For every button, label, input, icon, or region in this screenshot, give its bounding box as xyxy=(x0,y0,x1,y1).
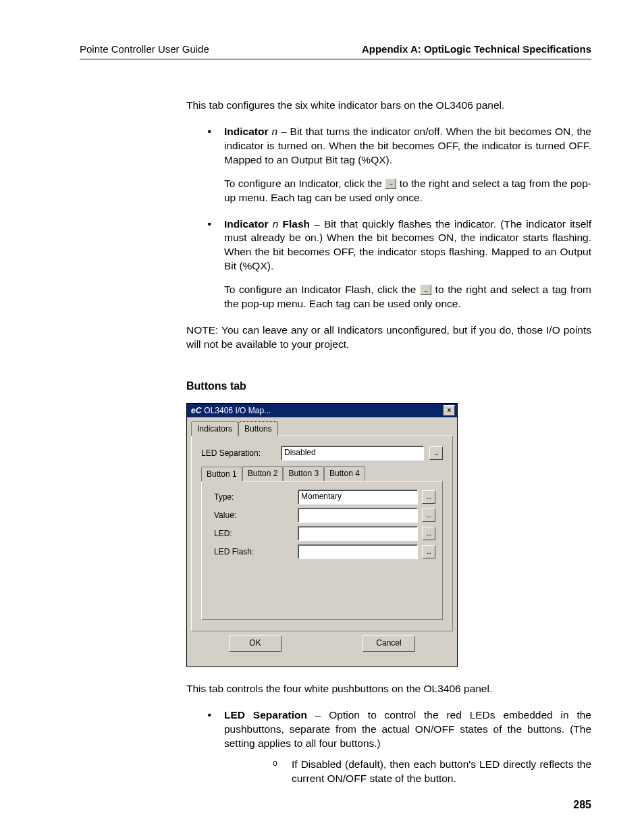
tab-button-3[interactable]: Button 3 xyxy=(283,466,324,481)
input-type[interactable]: Momentary xyxy=(298,490,418,504)
page-number: 285 xyxy=(573,799,591,811)
tab-indicators[interactable]: Indicators xyxy=(191,421,238,436)
intro-paragraph: This tab configures the six white indica… xyxy=(186,99,591,113)
bullet-1-body: – Bit that turns the indicator on/off. W… xyxy=(224,126,591,165)
bullet-indicator-flash: Indicator n Flash – Bit that quickly fla… xyxy=(208,217,591,312)
sub-bullet-disabled: If Disabled (default), then each button'… xyxy=(273,758,591,786)
dialog-logo: eC xyxy=(191,406,201,415)
close-icon[interactable]: × xyxy=(444,405,455,416)
cancel-button[interactable]: Cancel xyxy=(363,635,415,652)
bullet-2-body: – Bit that quickly flashes the indicator… xyxy=(224,218,591,272)
bullet-1-sub-pre: To configure an Indicator, click the xyxy=(224,178,385,189)
tab-button-1[interactable]: Button 1 xyxy=(201,467,242,481)
section-heading-buttons-tab: Buttons tab xyxy=(186,379,591,394)
input-value[interactable] xyxy=(298,508,418,523)
label-value: Value: xyxy=(214,510,294,521)
header-left: Pointe Controller User Guide xyxy=(80,43,209,55)
label-type: Type: xyxy=(214,492,294,502)
bullet-1-label: Indicator xyxy=(224,126,268,137)
tab-button-2[interactable]: Button 2 xyxy=(242,466,284,481)
bullet-2-label-b: Flash xyxy=(283,218,310,230)
ellipsis-icon: ... xyxy=(385,178,396,189)
bullet-1-var: n xyxy=(271,126,277,137)
browse-value-button[interactable]: ... xyxy=(422,509,435,522)
ok-button[interactable]: OK xyxy=(229,635,281,652)
input-led-separation[interactable]: Disabled xyxy=(281,446,424,461)
bullet-2-var: n xyxy=(273,218,279,230)
browse-type-button[interactable]: ... xyxy=(422,490,435,504)
page-header: Pointe Controller User Guide Appendix A:… xyxy=(80,43,591,59)
note-paragraph: NOTE: You can leave any or all Indicator… xyxy=(186,323,591,352)
label-led: LED: xyxy=(214,528,294,539)
ellipsis-icon: ... xyxy=(420,284,431,295)
bullet-3-label: LED Separation xyxy=(224,709,307,721)
label-led-flash: LED Flash: xyxy=(214,546,294,557)
label-led-separation: LED Separation: xyxy=(201,448,275,459)
browse-led-separation-button[interactable]: ... xyxy=(429,446,443,460)
dialog-title: OL3406 I/O Map... xyxy=(204,406,271,415)
header-right: Appendix A: OptiLogic Technical Specific… xyxy=(362,43,591,55)
browse-led-button[interactable]: ... xyxy=(422,527,435,540)
browse-led-flash-button[interactable]: ... xyxy=(422,545,435,558)
bullet-2-sub-pre: To configure an Indicator Flash, click t… xyxy=(224,284,420,295)
input-led-flash[interactable] xyxy=(298,544,418,559)
dialog-titlebar: eCOL3406 I/O Map... × xyxy=(187,404,457,417)
tab-buttons[interactable]: Buttons xyxy=(238,421,278,436)
bullet-2-label-a: Indicator xyxy=(224,218,268,230)
input-led[interactable] xyxy=(298,526,418,541)
bullet-indicator: Indicator n – Bit that turns the indicat… xyxy=(208,125,591,205)
after-dialog-paragraph: This tab controls the four white pushbut… xyxy=(186,682,591,696)
dialog-ol3406-io-map: eCOL3406 I/O Map... × Indicators Buttons… xyxy=(186,403,458,668)
tab-button-4[interactable]: Button 4 xyxy=(324,466,365,481)
bullet-led-separation: LED Separation – Option to control the r… xyxy=(208,708,591,786)
